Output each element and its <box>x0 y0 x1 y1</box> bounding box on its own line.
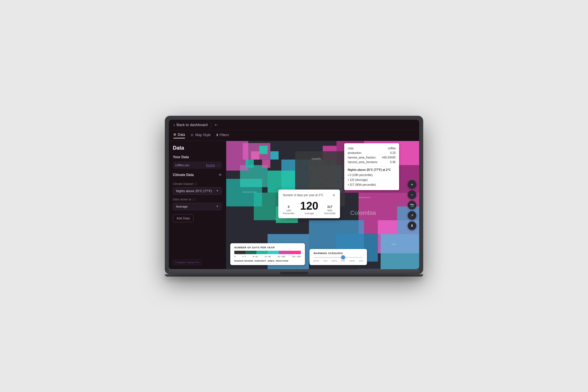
legend-label-4: 91~180 <box>278 255 285 258</box>
average-value: 120 <box>300 200 318 211</box>
percentile-90-value: 317 <box>324 205 336 208</box>
svg-point-31 <box>319 184 321 185</box>
svg-text:Villavicencio: Villavicencio <box>359 196 371 199</box>
download-icon: ⬇ <box>411 224 413 228</box>
screen-content: ‹ Back to dashboard ⇤ ⊞ Data ◎ Map Style <box>169 120 419 269</box>
days-popup-header: Number of days per year at 2°C ✕ <box>283 193 335 198</box>
legend-labels: 0 1~7 8~30 31~90 91~180 181~365 <box>234 255 301 258</box>
brand-label: Probable Futures Pro <box>173 260 202 265</box>
warming-slider-thumb[interactable] <box>341 255 345 259</box>
back-label: Back to dashboard <box>177 123 208 127</box>
tab-data-label: Data <box>178 133 185 137</box>
svg-text:Colombia: Colombia <box>350 209 376 216</box>
legend-color-1 <box>245 251 257 254</box>
climate-dataset-info-icon[interactable]: ⓘ <box>194 182 197 186</box>
warming-label-2: 2°C <box>341 260 345 262</box>
svg-point-27 <box>328 161 329 163</box>
warming-label-2.5: 2.5°C <box>349 260 355 262</box>
svg-point-30 <box>314 178 315 179</box>
zoom-out-button[interactable]: − <box>408 190 416 199</box>
back-arrow-icon: ‹ <box>173 123 175 127</box>
warming-label-0.5: 0.5°C <box>314 260 319 262</box>
data-shown-field-label: Data shown at <box>173 198 191 201</box>
days-popup-close-button[interactable]: ✕ <box>332 193 336 198</box>
warming-title: WARMING SCENARIO <box>314 252 363 255</box>
days-popup-stats: 0 10thPercentile 120 Average 317 90thPer… <box>283 200 335 215</box>
climate-dataset-field-label: Climate Dataset <box>173 182 193 186</box>
tab-data[interactable]: ⊞ Data <box>173 133 185 138</box>
svg-text:Mitú: Mitú <box>392 243 396 246</box>
data-shown-info-icon[interactable]: ⓘ <box>192 198 195 202</box>
top-divider <box>211 122 211 128</box>
climate-dataset-label-row: Climate Dataset ⓘ <box>173 182 222 186</box>
file-actions: Enrich ··· <box>206 163 220 167</box>
climate-dataset-arrow-icon: ▼ <box>216 189 219 192</box>
legend-color-2 <box>256 251 268 254</box>
collapse-button[interactable]: ⇤ <box>215 123 218 127</box>
svg-rect-49 <box>245 159 254 168</box>
popup-bullet-3: 317 (90th percentile) <box>348 182 396 187</box>
visibility-icon[interactable]: 👁 <box>218 173 222 177</box>
production-row: production: 0.25 <box>348 151 396 155</box>
brand-section: Probable Futures Pro <box>173 254 222 265</box>
harvest-fraction-row: harvest_area_fraction: 440.83405 <box>348 155 396 160</box>
warming-slider-track <box>314 257 363 258</box>
harvest-fraction-value: 440.83405 <box>382 155 396 160</box>
laptop-stand <box>165 274 423 277</box>
main-layout: Data Your Data coffee.csv Enrich ··· <box>169 141 419 269</box>
climate-dataset-value: Nights above 25°C (77°F) <box>176 189 212 193</box>
data-file-row: coffee.csv Enrich ··· <box>173 161 222 169</box>
svg-point-29 <box>308 181 310 182</box>
svg-point-23 <box>305 167 307 169</box>
laptop-base <box>169 269 419 274</box>
data-shown-value: Average <box>176 205 188 208</box>
percentile-10-stat: 0 10thPercentile <box>283 205 294 215</box>
warming-label-1: 1°C <box>323 260 327 262</box>
svg-point-22 <box>300 162 301 163</box>
popup-subtitle: Nights above 25°C (77°F) at 2°C <box>348 168 396 171</box>
data-shown-dropdown[interactable]: Average ▼ <box>173 203 222 210</box>
legend-label-2: 8~30 <box>253 255 258 258</box>
tab-map-style[interactable]: ◎ Map Style <box>191 133 210 138</box>
more-dots-icon[interactable]: ··· <box>217 163 220 167</box>
legend-subtitle: RADIUS RANGE: HARVEST_AREA_FRACTION <box>234 260 301 262</box>
link-out-icon: ↗ <box>411 213 413 217</box>
legend-color-3 <box>268 251 279 254</box>
back-button[interactable]: ‹ Back to dashboard <box>173 123 208 127</box>
svg-point-33 <box>300 186 301 188</box>
climate-dataset-field: Climate Dataset ⓘ Nights above 25°C (77°… <box>173 182 222 195</box>
svg-rect-46 <box>270 151 279 159</box>
climate-section-header: Climate Data 👁 <box>173 173 222 177</box>
svg-rect-47 <box>262 159 270 168</box>
svg-text:Buenaventura: Buenaventura <box>243 190 257 193</box>
percentile-90-label: 90thPercentile <box>324 209 336 215</box>
map-area: Colombia Medellín Buenaventura Santa Ros… <box>226 141 419 269</box>
tab-filters-label: Filters <box>220 133 229 137</box>
climate-section-label: Climate Data <box>173 173 194 177</box>
average-stat: 120 Average <box>300 200 318 215</box>
enrich-link[interactable]: Enrich <box>206 163 215 167</box>
legend-label-0: 0 <box>234 255 235 258</box>
svg-rect-10 <box>309 159 336 192</box>
tab-filters[interactable]: ⧫ Filters <box>216 133 229 138</box>
warming-label-3: 3°C <box>359 260 363 262</box>
legend-label-5: 181~365 <box>292 255 301 258</box>
download-button[interactable]: ⬇ <box>408 221 416 230</box>
add-data-button[interactable]: Add Data <box>173 214 194 222</box>
days-popup-title: Number of days per year at 2°C <box>283 194 323 197</box>
percentile-10-value: 0 <box>283 205 294 208</box>
zoom-in-button[interactable]: + <box>408 180 416 189</box>
legend-color-bar <box>234 251 301 254</box>
svg-point-25 <box>316 164 318 166</box>
link-out-button[interactable]: ↗ <box>408 211 416 220</box>
harvest-fraction-key: harvest_area_fraction: <box>348 155 376 160</box>
svg-point-38 <box>333 175 334 177</box>
legend-color-4 <box>279 251 290 254</box>
days-popup: Number of days per year at 2°C ✕ 0 10thP… <box>278 190 340 218</box>
climate-dataset-dropdown[interactable]: Nights above 25°C (77°F) ▼ <box>173 187 222 195</box>
svg-text:Medellín: Medellín <box>312 157 321 160</box>
harvest-hectares-row: harvest_area_hectares: 0.96 <box>348 160 396 165</box>
popup-bullet-1: 0 (10th percentile) <box>348 173 396 177</box>
harvest-hectares-value: 0.96 <box>390 160 396 165</box>
camera-button[interactable]: 📷 <box>408 201 416 209</box>
